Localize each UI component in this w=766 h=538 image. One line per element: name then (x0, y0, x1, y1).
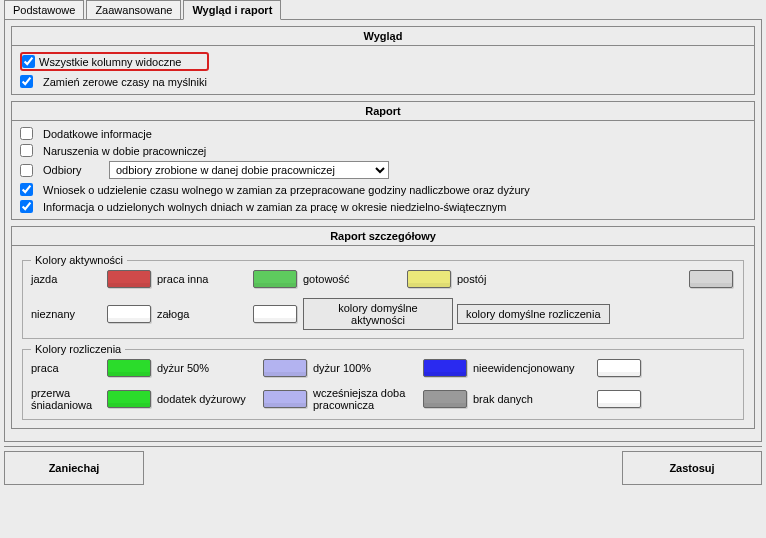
group-appearance: Wygląd Wszystkie kolumny widoczne Zamień… (11, 26, 755, 95)
label-jazda: jazda (31, 273, 103, 285)
swatch-brak[interactable] (597, 390, 641, 408)
swatch-przerwa[interactable] (107, 390, 151, 408)
label-wczesniejsza: wcześniejsza doba pracownicza (313, 387, 419, 411)
tab-advanced[interactable]: Zaawansowane (86, 0, 181, 19)
checkbox-all-columns-visible[interactable] (22, 55, 35, 68)
swatch-zaloga[interactable] (253, 305, 297, 323)
apply-button[interactable]: Zastosuj (622, 451, 762, 485)
fieldset-settlement-colors: Kolory rozliczenia praca dyżur 50% dyżur… (22, 343, 744, 420)
label-request-free-time: Wniosek o udzielenie czasu wolnego w zam… (43, 184, 530, 196)
checkbox-days-off-info[interactable] (20, 200, 33, 213)
label-dodatek: dodatek dyżurowy (157, 393, 259, 405)
label-zaloga: załoga (157, 308, 249, 320)
tab-panel: Wygląd Wszystkie kolumny widoczne Zamień… (4, 19, 762, 442)
swatch-dyzur50[interactable] (263, 359, 307, 377)
label-dyzur100: dyżur 100% (313, 362, 419, 374)
footer: Zaniechaj Zastosuj (4, 446, 762, 489)
label-brak: brak danych (473, 393, 593, 405)
swatch-jazda[interactable] (107, 270, 151, 288)
label-all-columns-visible: Wszystkie kolumny widoczne (39, 56, 181, 68)
group-header-appearance: Wygląd (12, 27, 754, 46)
label-zero-to-dash: Zamień zerowe czasy na myślniki (43, 76, 207, 88)
legend-settlement-colors: Kolory rozliczenia (31, 343, 125, 355)
fieldset-activity-colors: Kolory aktywności jazda praca inna gotow… (22, 254, 744, 339)
swatch-dyzur100[interactable] (423, 359, 467, 377)
tab-appearance-report[interactable]: Wygląd i raport (183, 0, 281, 20)
checkbox-extra-info[interactable] (20, 127, 33, 140)
swatch-postoj[interactable] (689, 270, 733, 288)
label-nieewid: nieewidencjonowany (473, 362, 593, 374)
checkbox-zero-to-dash[interactable] (20, 75, 33, 88)
checkbox-pickups[interactable] (20, 164, 33, 177)
group-report: Raport Dodatkowe informacje Naruszenia w… (11, 101, 755, 220)
group-header-report: Raport (12, 102, 754, 121)
swatch-praca[interactable] (107, 359, 151, 377)
legend-activity-colors: Kolory aktywności (31, 254, 127, 266)
btn-default-settlement-colors[interactable]: kolory domyślne rozliczenia (457, 304, 610, 324)
checkbox-request-free-time[interactable] (20, 183, 33, 196)
label-praca-inna: praca inna (157, 273, 249, 285)
group-header-detail: Raport szczegółowy (12, 227, 754, 246)
swatch-nieewid[interactable] (597, 359, 641, 377)
swatch-dodatek[interactable] (263, 390, 307, 408)
label-violations: Naruszenia w dobie pracowniczej (43, 145, 206, 157)
label-nieznany: nieznany (31, 308, 103, 320)
highlighted-option: Wszystkie kolumny widoczne (20, 52, 209, 71)
tab-basic[interactable]: Podstawowe (4, 0, 84, 19)
select-pickups[interactable]: odbiory zrobione w danej dobie pracownic… (109, 161, 389, 179)
label-przerwa: przerwa śniadaniowa (31, 387, 103, 411)
label-pickups: Odbiory (43, 164, 103, 176)
group-detail-report: Raport szczegółowy Kolory aktywności jaz… (11, 226, 755, 429)
checkbox-violations[interactable] (20, 144, 33, 157)
label-gotowosc: gotowość (303, 273, 403, 285)
label-days-off-info: Informacja o udzielonych wolnych dniach … (43, 201, 506, 213)
swatch-nieznany[interactable] (107, 305, 151, 323)
btn-default-activity-colors[interactable]: kolory domyślne aktywności (303, 298, 453, 330)
label-praca: praca (31, 362, 103, 374)
swatch-wczesniejsza[interactable] (423, 390, 467, 408)
label-postoj: postój (457, 273, 685, 285)
label-extra-info: Dodatkowe informacje (43, 128, 152, 140)
swatch-praca-inna[interactable] (253, 270, 297, 288)
cancel-button[interactable]: Zaniechaj (4, 451, 144, 485)
swatch-gotowosc[interactable] (407, 270, 451, 288)
label-dyzur50: dyżur 50% (157, 362, 259, 374)
